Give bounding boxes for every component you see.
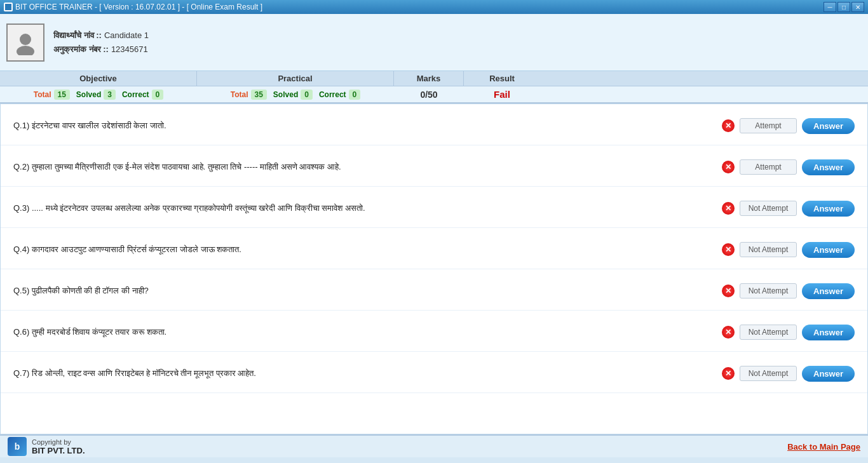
- app-icon: [4, 3, 13, 11]
- marks-header: Marks: [394, 71, 464, 86]
- candidate-name: Candidate 1: [104, 30, 149, 40]
- questions-list[interactable]: Q.1) इंटरनेटचा वापर खालील उद्देशांसाठी क…: [0, 104, 868, 434]
- question-item-1: Q.1) इंटरनेटचा वापर खालील उद्देशांसाठी क…: [1, 104, 867, 145]
- objective-header: Objective: [0, 71, 197, 86]
- objective-scores: Total 15 Solved 3 Correct 0: [0, 90, 197, 100]
- prac-correct-value: 0: [349, 90, 361, 100]
- question-item-5: Q.5) पुढीलपैकी कोणती की ही टॉगल की नाही?…: [1, 269, 867, 311]
- question-controls-7: ✕Not AttemptAnswer: [722, 366, 855, 382]
- svg-point-2: [17, 46, 34, 55]
- attempt-status-6: Not Attempt: [740, 325, 797, 340]
- question-controls-1: ✕AttemptAnswer: [722, 118, 855, 134]
- score-values: Total 15 Solved 3 Correct 0 Total 35 Sol…: [0, 86, 868, 102]
- x-icon-1: ✕: [722, 119, 735, 132]
- roll-number: 12345671: [111, 44, 148, 54]
- x-icon-3: ✕: [722, 202, 735, 215]
- question-controls-5: ✕Not AttemptAnswer: [722, 283, 855, 299]
- svg-point-1: [20, 34, 31, 45]
- answer-button-5[interactable]: Answer: [802, 283, 855, 299]
- question-text-5: Q.5) पुढीलपैकी कोणती की ही टॉगल की नाही?: [13, 285, 433, 297]
- titlebar-buttons[interactable]: ─ □ ✕: [824, 2, 864, 12]
- prac-total-label: Total: [231, 90, 248, 99]
- question-item-2: Q.2) तुम्हाला तुमच्या मैत्रिणीसाठी एक ई-…: [1, 145, 867, 187]
- obj-solved-label: Solved: [76, 90, 101, 99]
- titlebar: BIT OFFICE TRAINER - [ Version : 16.07.0…: [0, 0, 868, 14]
- question-item-4: Q.4) कागदावर आउटपुट आणण्यासाठी प्रिंटर्स…: [1, 228, 867, 269]
- question-controls-6: ✕Not AttemptAnswer: [722, 325, 855, 340]
- obj-solved-value: 3: [104, 90, 116, 100]
- attempt-status-5: Not Attempt: [740, 283, 797, 299]
- avatar: [6, 23, 44, 62]
- prac-correct-label: Correct: [319, 90, 346, 99]
- question-text-1: Q.1) इंटरनेटचा वापर खालील उद्देशांसाठी क…: [13, 119, 433, 132]
- obj-total-value: 15: [54, 90, 70, 100]
- result-cell: Fail: [464, 89, 540, 100]
- x-icon-7: ✕: [722, 367, 735, 380]
- answer-button-1[interactable]: Answer: [802, 118, 855, 134]
- back-to-main-button[interactable]: Back to Main Page: [787, 442, 860, 452]
- minimize-button[interactable]: ─: [824, 2, 836, 12]
- question-text-3: Q.3) ..... मध्ये इंटरनेटवर उपलब्ध असलेल्…: [13, 202, 433, 215]
- score-table: Objective Practical Marks Result Total 1…: [0, 71, 868, 104]
- header: विद्यार्थ्यांचे नांव :: Candidate 1 अनुक…: [0, 14, 868, 71]
- copyright-text: Copyright by: [32, 438, 85, 446]
- obj-correct-label: Correct: [122, 90, 149, 99]
- marks-cell: 0/50: [394, 90, 464, 100]
- x-icon-4: ✕: [722, 243, 735, 256]
- obj-total-label: Total: [34, 90, 51, 99]
- x-icon-2: ✕: [722, 161, 735, 173]
- attempt-status-2: Attempt: [740, 159, 797, 175]
- close-button[interactable]: ✕: [851, 2, 864, 12]
- marks-value: 0/50: [420, 90, 437, 100]
- titlebar-left: BIT OFFICE TRAINER - [ Version : 16.07.0…: [4, 3, 262, 11]
- prac-solved-value: 0: [301, 90, 313, 100]
- question-item-3: Q.3) ..... मध्ये इंटरनेटवर उपलब्ध असलेल्…: [1, 187, 867, 228]
- answer-button-3[interactable]: Answer: [802, 201, 855, 217]
- name-row: विद्यार्थ्यांचे नांव :: Candidate 1: [53, 30, 149, 41]
- score-headers: Objective Practical Marks Result: [0, 71, 868, 86]
- question-item-7: Q.7) रिड ओन्ली, राइट वन्स आणि रिराइटेबल …: [1, 352, 867, 393]
- question-controls-3: ✕Not AttemptAnswer: [722, 201, 855, 217]
- question-text-6: Q.6) तुम्ही मदरबोर्ड शिवाय कंप्यूटर तयार…: [13, 326, 433, 339]
- practical-header: Practical: [197, 71, 394, 86]
- attempt-status-7: Not Attempt: [740, 366, 797, 381]
- result-value: Fail: [494, 89, 510, 100]
- answer-button-6[interactable]: Answer: [802, 325, 855, 340]
- prac-total-value: 35: [251, 90, 267, 100]
- question-item-6: Q.6) तुम्ही मदरबोर्ड शिवाय कंप्यूटर तयार…: [1, 311, 867, 352]
- maximize-button[interactable]: □: [837, 2, 850, 12]
- footer-text-block: Copyright by BIT PVT. LTD.: [32, 438, 85, 455]
- header-info: विद्यार्थ्यांचे नांव :: Candidate 1 अनुक…: [53, 30, 149, 55]
- attempt-status-1: Attempt: [740, 118, 797, 133]
- question-text-2: Q.2) तुम्हाला तुमच्या मैत्रिणीसाठी एक ई-…: [13, 161, 433, 173]
- roll-row: अनुक्रमांक नंबर :: 12345671: [53, 44, 149, 55]
- attempt-status-3: Not Attempt: [740, 201, 797, 216]
- obj-correct-value: 0: [152, 90, 164, 100]
- question-text-4: Q.4) कागदावर आउटपुट आणण्यासाठी प्रिंटर्स…: [13, 243, 433, 256]
- titlebar-title: BIT OFFICE TRAINER - [ Version : 16.07.0…: [15, 3, 262, 11]
- footer: b Copyright by BIT PVT. LTD. Back to Mai…: [0, 434, 868, 457]
- x-icon-6: ✕: [722, 326, 735, 339]
- roll-label: अनुक्रमांक नंबर ::: [53, 44, 109, 55]
- answer-button-7[interactable]: Answer: [802, 366, 855, 382]
- name-label: विद्यार्थ्यांचे नांव ::: [53, 30, 102, 41]
- practical-scores: Total 35 Solved 0 Correct 0: [197, 90, 394, 100]
- prac-solved-label: Solved: [273, 90, 298, 99]
- x-icon-5: ✕: [722, 285, 735, 297]
- question-text-7: Q.7) रिड ओन्ली, राइट वन्स आणि रिराइटेबल …: [13, 367, 433, 380]
- footer-left: b Copyright by BIT PVT. LTD.: [8, 437, 85, 456]
- answer-button-2[interactable]: Answer: [802, 159, 855, 175]
- svg-rect-0: [5, 4, 11, 10]
- footer-logo: b: [8, 437, 27, 456]
- result-header: Result: [464, 71, 540, 86]
- attempt-status-4: Not Attempt: [740, 242, 797, 257]
- answer-button-4[interactable]: Answer: [802, 242, 855, 258]
- company-name: BIT PVT. LTD.: [32, 446, 85, 455]
- question-controls-4: ✕Not AttemptAnswer: [722, 242, 855, 258]
- question-controls-2: ✕AttemptAnswer: [722, 159, 855, 175]
